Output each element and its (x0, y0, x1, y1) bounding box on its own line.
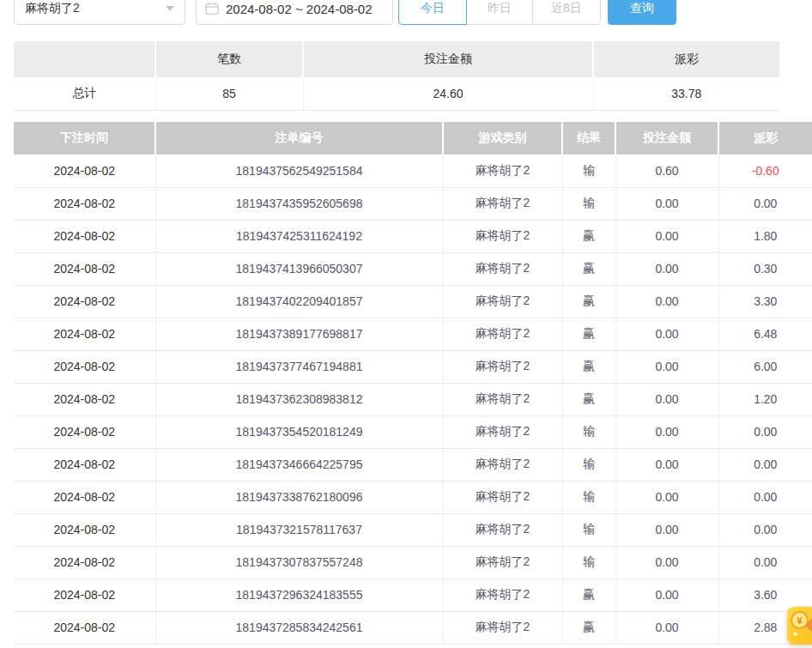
bet-amount-cell: 0.00 (615, 350, 718, 383)
table-row: 2024-08-02 1819437354520181249 麻将胡了2 输 0… (14, 415, 812, 448)
game-type-cell: 麻将胡了2 (443, 481, 562, 513)
bet-time-cell: 2024-08-02 (14, 252, 155, 285)
table-row: 2024-08-02 1819437362308983812 麻将胡了2 赢 0… (14, 383, 812, 415)
game-select[interactable]: 麻将胡了2 (14, 0, 185, 25)
header-game-type: 游戏类别 (443, 122, 562, 154)
result-cell: 输 (562, 415, 615, 448)
result-cell: 赢 (562, 252, 615, 285)
yesterday-button[interactable]: 昨日 (466, 0, 533, 25)
order-number-cell: 1819437425311624192 (155, 220, 443, 252)
table-row: 2024-08-02 1819437413966050307 麻将胡了2 赢 0… (14, 252, 812, 285)
summary-total-count: 85 (155, 77, 303, 110)
bet-amount-cell: 0.00 (615, 611, 718, 644)
game-type-cell: 麻将胡了2 (443, 252, 562, 285)
sparkle-icon: ✦ (792, 630, 799, 639)
header-order-number: 注单编号 (155, 122, 443, 154)
summary-header-payout: 派彩 (593, 41, 779, 77)
order-number-cell: 1819437296324183555 (155, 578, 443, 611)
bet-amount-cell: 0.00 (615, 383, 718, 415)
summary-total-bet-amount: 24.60 (303, 77, 593, 110)
last-8-days-button[interactable]: 近8日 (532, 0, 601, 25)
search-button[interactable]: 查询 (608, 0, 676, 25)
bet-amount-cell: 0.00 (615, 220, 718, 252)
bet-amount-cell: 0.00 (615, 252, 718, 285)
game-type-cell: 麻将胡了2 (443, 187, 562, 220)
header-result: 结果 (562, 122, 615, 154)
result-cell: 赢 (562, 318, 615, 350)
payout-cell: -0.60 (718, 154, 812, 187)
payout-cell: 1.20 (718, 383, 812, 415)
game-type-cell: 麻将胡了2 (443, 285, 562, 318)
chevron-down-icon (166, 6, 174, 11)
bet-time-cell: 2024-08-02 (14, 350, 155, 383)
bet-amount-cell: 0.00 (615, 481, 718, 513)
game-type-cell: 麻将胡了2 (443, 154, 562, 187)
game-type-cell: 麻将胡了2 (443, 415, 562, 448)
header-payout: 派彩 (718, 122, 812, 154)
bet-time-cell: 2024-08-02 (14, 220, 155, 252)
summary-total-payout: 33.78 (593, 77, 779, 110)
payout-cell: 0.00 (718, 513, 812, 546)
summary-table: 笔数 投注金额 派彩 总计 85 24.60 33.78 (14, 41, 779, 111)
bet-time-cell: 2024-08-02 (14, 611, 155, 644)
summary-total-row: 总计 85 24.60 33.78 (14, 77, 779, 110)
result-cell: 输 (562, 187, 615, 220)
game-type-cell: 麻将胡了2 (443, 513, 562, 546)
game-type-cell: 麻将胡了2 (443, 220, 562, 252)
order-number-cell: 1819437285834242561 (155, 611, 443, 644)
result-cell: 赢 (562, 383, 615, 415)
bonus-float-button[interactable]: ¥ ✦ (787, 607, 812, 645)
payout-cell: 0.30 (718, 252, 812, 285)
game-type-cell: 麻将胡了2 (443, 448, 562, 481)
order-number-cell: 1819437362308983812 (155, 383, 443, 415)
result-cell: 输 (562, 448, 615, 481)
bet-time-cell: 2024-08-02 (14, 318, 155, 350)
game-type-cell: 麻将胡了2 (443, 318, 562, 350)
game-type-cell: 麻将胡了2 (443, 546, 562, 578)
payout-cell: 0.00 (718, 546, 812, 578)
order-number-cell: 1819437562549251584 (155, 154, 443, 187)
bet-amount-cell: 0.00 (615, 187, 718, 220)
bet-time-cell: 2024-08-02 (14, 383, 155, 415)
bet-time-cell: 2024-08-02 (14, 187, 155, 220)
table-row: 2024-08-02 1819437377467194881 麻将胡了2 赢 0… (14, 350, 812, 383)
header-bet-amount: 投注金额 (615, 122, 718, 154)
today-button[interactable]: 今日 (398, 0, 467, 25)
result-cell: 赢 (562, 350, 615, 383)
order-number-cell: 1819437377467194881 (155, 350, 443, 383)
bet-time-cell: 2024-08-02 (14, 513, 155, 546)
result-cell: 赢 (562, 578, 615, 611)
table-row: 2024-08-02 1819437346664225795 麻将胡了2 输 0… (14, 448, 812, 481)
game-type-cell: 麻将胡了2 (443, 383, 562, 415)
result-cell: 输 (562, 481, 615, 513)
bet-amount-cell: 0.00 (615, 578, 718, 611)
table-row: 2024-08-02 1819437562549251584 麻将胡了2 输 0… (14, 154, 812, 187)
bet-amount-cell: 0.00 (615, 318, 718, 350)
result-cell: 赢 (562, 611, 615, 644)
bet-time-cell: 2024-08-02 (14, 578, 155, 611)
date-range-input[interactable]: 2024-08-02 ~ 2024-08-02 (196, 0, 393, 25)
filter-bar: 麻将胡了2 2024-08-02 ~ 2024-08-02 今日 昨日 近8日 … (14, 0, 676, 25)
bet-time-cell: 2024-08-02 (14, 481, 155, 513)
payout-cell: 6.00 (718, 350, 812, 383)
bet-time-cell: 2024-08-02 (14, 415, 155, 448)
calendar-icon (205, 2, 219, 15)
bet-amount-cell: 0.00 (615, 513, 718, 546)
payout-cell: 0.00 (718, 481, 812, 513)
game-select-value: 麻将胡了2 (25, 1, 80, 16)
bet-amount-cell: 0.00 (615, 415, 718, 448)
order-number-cell: 1819437354520181249 (155, 415, 443, 448)
summary-header-count: 笔数 (155, 41, 303, 77)
order-number-cell: 1819437435952605698 (155, 187, 443, 220)
table-row: 2024-08-02 1819437338762180096 麻将胡了2 输 0… (14, 481, 812, 513)
bet-amount-cell: 0.00 (615, 546, 718, 578)
bet-amount-cell: 0.60 (615, 154, 718, 187)
table-row: 2024-08-02 1819437389177698817 麻将胡了2 赢 0… (14, 318, 812, 350)
game-type-cell: 麻将胡了2 (443, 578, 562, 611)
result-cell: 输 (562, 546, 615, 578)
table-row: 2024-08-02 1819437321578117637 麻将胡了2 输 0… (14, 513, 812, 546)
table-row: 2024-08-02 1819437425311624192 麻将胡了2 赢 0… (14, 220, 812, 252)
table-row: 2024-08-02 1819437307837557248 麻将胡了2 输 0… (14, 546, 812, 578)
result-cell: 赢 (562, 285, 615, 318)
records-header-row: 下注时间 注单编号 游戏类别 结果 投注金额 派彩 (14, 122, 812, 154)
